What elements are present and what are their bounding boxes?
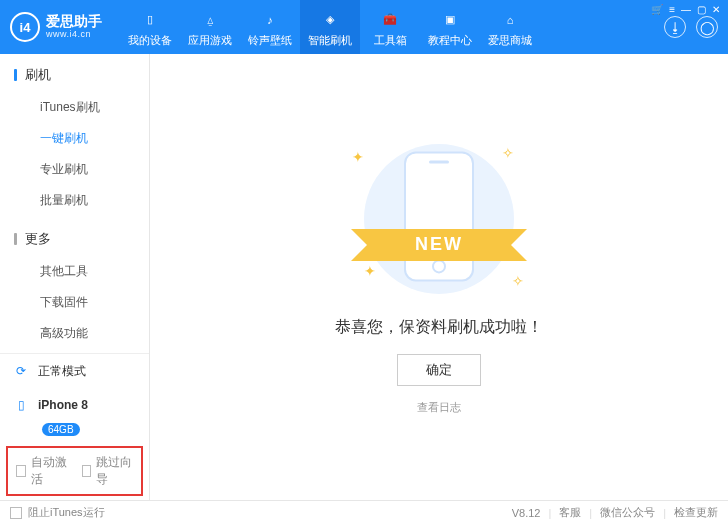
tutorial-icon: ▣: [441, 11, 459, 29]
sidebar-item[interactable]: 高级功能: [0, 318, 149, 349]
close-button[interactable]: ✕: [712, 4, 720, 15]
nav-music[interactable]: ♪铃声壁纸: [240, 0, 300, 54]
sidebar-item[interactable]: iTunes刷机: [0, 92, 149, 123]
nav-label: 智能刷机: [308, 33, 352, 48]
menu-icon[interactable]: ≡: [669, 4, 675, 15]
app-logo: i4 爱思助手 www.i4.cn: [0, 0, 120, 54]
view-log-link[interactable]: 查看日志: [417, 400, 461, 415]
skip-guide-checkbox[interactable]: 跳过向导: [82, 454, 134, 488]
logo-icon: i4: [10, 12, 40, 42]
download-icon[interactable]: ⭳: [664, 16, 686, 38]
version-label: V8.12: [512, 507, 541, 519]
sparkle-icon: ✦: [364, 263, 376, 279]
sidebar-item[interactable]: 一键刷机: [0, 123, 149, 154]
sidebar-item[interactable]: 其他工具: [0, 256, 149, 287]
sparkle-icon: ✦: [352, 149, 364, 165]
auto-activate-checkbox[interactable]: 自动激活: [16, 454, 68, 488]
wechat-link[interactable]: 微信公众号: [600, 505, 655, 520]
user-icon[interactable]: ◯: [696, 16, 718, 38]
phone-icon: ▯: [12, 396, 30, 414]
phone-icon: ▯: [141, 11, 159, 29]
nav-apps[interactable]: ⍙应用游戏: [180, 0, 240, 54]
nav-label: 工具箱: [374, 33, 407, 48]
flash-icon: ◈: [321, 11, 339, 29]
nav-flash[interactable]: ◈智能刷机: [300, 0, 360, 54]
app-title: 爱思助手: [46, 14, 102, 29]
sparkle-icon: ✧: [502, 145, 514, 161]
nav-label: 教程中心: [428, 33, 472, 48]
sidebar-item[interactable]: 下载固件: [0, 287, 149, 318]
nav-label: 应用游戏: [188, 33, 232, 48]
app-url: www.i4.cn: [46, 30, 102, 40]
new-ribbon: NEW: [369, 229, 509, 261]
nav-label: 铃声壁纸: [248, 33, 292, 48]
music-icon: ♪: [261, 11, 279, 29]
sidebar-item[interactable]: 批量刷机: [0, 185, 149, 216]
nav-label: 我的设备: [128, 33, 172, 48]
device-mode[interactable]: ⟳ 正常模式: [0, 354, 149, 388]
device-name: iPhone 8: [38, 398, 88, 412]
highlighted-options: 自动激活 跳过向导: [6, 446, 143, 496]
sidebar-section-flash: 刷机: [0, 62, 149, 88]
apps-icon: ⍙: [201, 11, 219, 29]
device-info[interactable]: ▯ iPhone 8: [0, 388, 149, 422]
nav-label: 爱思商城: [488, 33, 532, 48]
sidebar-item[interactable]: 专业刷机: [0, 154, 149, 185]
nav-phone[interactable]: ▯我的设备: [120, 0, 180, 54]
check-update-link[interactable]: 检查更新: [674, 505, 718, 520]
sidebar-section-more: 更多: [0, 226, 149, 252]
support-link[interactable]: 客服: [559, 505, 581, 520]
shop-icon: ⌂: [501, 11, 519, 29]
mode-label: 正常模式: [38, 363, 86, 380]
toolbox-icon: 🧰: [381, 11, 399, 29]
nav-shop[interactable]: ⌂爱思商城: [480, 0, 540, 54]
nav-toolbox[interactable]: 🧰工具箱: [360, 0, 420, 54]
storage-badge: 64GB: [42, 423, 80, 436]
success-illustration: ✦ ✧ ✦ ✧ NEW: [334, 139, 544, 299]
success-message: 恭喜您，保资料刷机成功啦！: [335, 317, 543, 338]
nav-tutorial[interactable]: ▣教程中心: [420, 0, 480, 54]
phone-illustration-icon: [404, 151, 474, 281]
maximize-button[interactable]: ▢: [697, 4, 706, 15]
refresh-icon: ⟳: [12, 362, 30, 380]
block-itunes-checkbox[interactable]: 阻止iTunes运行: [10, 505, 105, 520]
minimize-button[interactable]: —: [681, 4, 691, 15]
cart-icon[interactable]: 🛒: [651, 4, 663, 15]
ok-button[interactable]: 确定: [397, 354, 481, 386]
sparkle-icon: ✧: [512, 273, 524, 289]
